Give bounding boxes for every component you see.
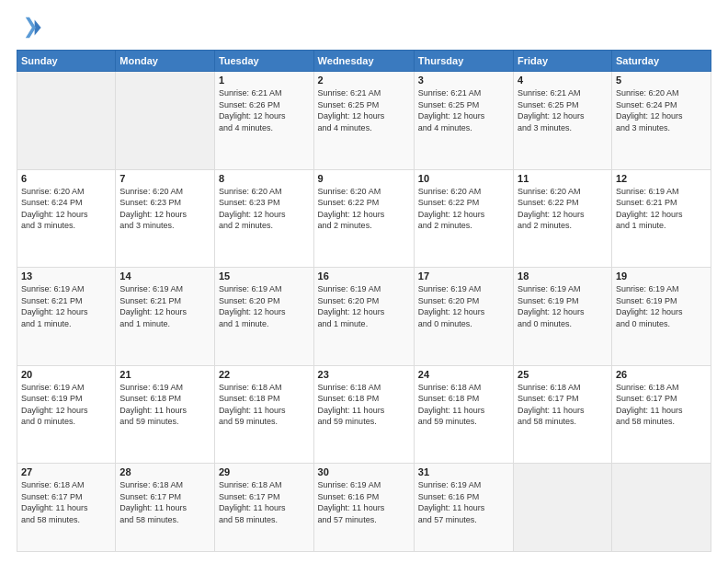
day-info: Sunrise: 6:20 AM Sunset: 6:22 PM Dayligh… [318, 186, 410, 232]
day-header-tuesday: Tuesday [214, 51, 313, 72]
calendar-cell: 11Sunrise: 6:20 AM Sunset: 6:22 PM Dayli… [514, 169, 612, 268]
calendar-cell: 9Sunrise: 6:20 AM Sunset: 6:22 PM Daylig… [313, 169, 414, 268]
calendar-week-row: 6Sunrise: 6:20 AM Sunset: 6:24 PM Daylig… [17, 169, 711, 268]
day-number: 26 [616, 369, 707, 380]
calendar-cell [514, 464, 612, 552]
calendar-cell: 12Sunrise: 6:19 AM Sunset: 6:21 PM Dayli… [611, 169, 711, 268]
calendar-cell: 22Sunrise: 6:18 AM Sunset: 6:18 PM Dayli… [214, 365, 313, 464]
day-info: Sunrise: 6:18 AM Sunset: 6:17 PM Dayligh… [616, 382, 707, 428]
day-info: Sunrise: 6:19 AM Sunset: 6:20 PM Dayligh… [219, 283, 310, 329]
calendar-cell: 13Sunrise: 6:19 AM Sunset: 6:21 PM Dayli… [17, 268, 116, 366]
day-header-saturday: Saturday [611, 51, 711, 72]
day-info: Sunrise: 6:20 AM Sunset: 6:23 PM Dayligh… [219, 186, 310, 232]
day-number: 21 [119, 369, 210, 380]
day-info: Sunrise: 6:18 AM Sunset: 6:18 PM Dayligh… [318, 382, 410, 428]
day-number: 23 [318, 369, 410, 380]
calendar-cell: 27Sunrise: 6:18 AM Sunset: 6:17 PM Dayli… [17, 464, 116, 552]
calendar-cell: 14Sunrise: 6:19 AM Sunset: 6:21 PM Dayli… [116, 268, 215, 366]
logo-icon [17, 15, 42, 40]
day-info: Sunrise: 6:18 AM Sunset: 6:17 PM Dayligh… [219, 479, 310, 525]
day-info: Sunrise: 6:18 AM Sunset: 6:17 PM Dayligh… [21, 479, 111, 525]
calendar-week-row: 13Sunrise: 6:19 AM Sunset: 6:21 PM Dayli… [17, 268, 711, 366]
calendar-cell: 16Sunrise: 6:19 AM Sunset: 6:20 PM Dayli… [313, 268, 414, 366]
calendar-cell: 31Sunrise: 6:19 AM Sunset: 6:16 PM Dayli… [414, 464, 513, 552]
day-info: Sunrise: 6:20 AM Sunset: 6:24 PM Dayligh… [21, 186, 111, 232]
calendar-cell [116, 72, 215, 170]
day-number: 30 [318, 466, 410, 477]
logo [17, 15, 46, 40]
calendar-cell [17, 72, 116, 170]
day-number: 19 [616, 270, 707, 282]
day-number: 15 [219, 270, 310, 282]
day-info: Sunrise: 6:19 AM Sunset: 6:21 PM Dayligh… [616, 186, 707, 232]
calendar-cell: 29Sunrise: 6:18 AM Sunset: 6:17 PM Dayli… [214, 464, 313, 552]
day-number: 9 [318, 173, 410, 184]
day-info: Sunrise: 6:20 AM Sunset: 6:22 PM Dayligh… [418, 186, 509, 232]
calendar-week-row: 27Sunrise: 6:18 AM Sunset: 6:17 PM Dayli… [17, 464, 711, 552]
day-info: Sunrise: 6:19 AM Sunset: 6:16 PM Dayligh… [318, 479, 410, 525]
calendar-cell: 24Sunrise: 6:18 AM Sunset: 6:18 PM Dayli… [414, 365, 513, 464]
calendar-header-row: SundayMondayTuesdayWednesdayThursdayFrid… [17, 51, 711, 72]
day-number: 24 [418, 369, 509, 380]
day-info: Sunrise: 6:19 AM Sunset: 6:16 PM Dayligh… [418, 479, 509, 525]
day-number: 25 [518, 369, 608, 380]
calendar-cell [611, 464, 711, 552]
calendar-cell: 15Sunrise: 6:19 AM Sunset: 6:20 PM Dayli… [214, 268, 313, 366]
day-info: Sunrise: 6:19 AM Sunset: 6:21 PM Dayligh… [119, 283, 210, 329]
day-number: 3 [418, 75, 509, 86]
day-number: 4 [518, 75, 608, 86]
calendar-cell: 5Sunrise: 6:20 AM Sunset: 6:24 PM Daylig… [611, 72, 711, 170]
calendar-cell: 4Sunrise: 6:21 AM Sunset: 6:25 PM Daylig… [514, 72, 612, 170]
day-number: 6 [21, 173, 111, 184]
calendar-cell: 8Sunrise: 6:20 AM Sunset: 6:23 PM Daylig… [214, 169, 313, 268]
calendar-cell: 17Sunrise: 6:19 AM Sunset: 6:20 PM Dayli… [414, 268, 513, 366]
day-info: Sunrise: 6:20 AM Sunset: 6:22 PM Dayligh… [518, 186, 608, 232]
calendar-cell: 7Sunrise: 6:20 AM Sunset: 6:23 PM Daylig… [116, 169, 215, 268]
day-info: Sunrise: 6:19 AM Sunset: 6:18 PM Dayligh… [119, 382, 210, 428]
day-number: 20 [21, 369, 111, 380]
day-info: Sunrise: 6:19 AM Sunset: 6:20 PM Dayligh… [418, 283, 509, 329]
calendar-cell: 26Sunrise: 6:18 AM Sunset: 6:17 PM Dayli… [611, 365, 711, 464]
calendar-cell: 6Sunrise: 6:20 AM Sunset: 6:24 PM Daylig… [17, 169, 116, 268]
day-header-wednesday: Wednesday [313, 51, 414, 72]
calendar-cell: 1Sunrise: 6:21 AM Sunset: 6:26 PM Daylig… [214, 72, 313, 170]
day-info: Sunrise: 6:19 AM Sunset: 6:20 PM Dayligh… [318, 283, 410, 329]
day-info: Sunrise: 6:19 AM Sunset: 6:19 PM Dayligh… [518, 283, 608, 329]
day-number: 12 [616, 173, 707, 184]
calendar-week-row: 1Sunrise: 6:21 AM Sunset: 6:26 PM Daylig… [17, 72, 711, 170]
calendar-cell: 2Sunrise: 6:21 AM Sunset: 6:25 PM Daylig… [313, 72, 414, 170]
day-info: Sunrise: 6:21 AM Sunset: 6:25 PM Dayligh… [418, 87, 509, 133]
day-info: Sunrise: 6:19 AM Sunset: 6:19 PM Dayligh… [616, 283, 707, 329]
day-number: 22 [219, 369, 310, 380]
day-header-thursday: Thursday [414, 51, 513, 72]
calendar-week-row: 20Sunrise: 6:19 AM Sunset: 6:19 PM Dayli… [17, 365, 711, 464]
header [17, 15, 711, 40]
calendar-cell: 21Sunrise: 6:19 AM Sunset: 6:18 PM Dayli… [116, 365, 215, 464]
calendar-cell: 18Sunrise: 6:19 AM Sunset: 6:19 PM Dayli… [514, 268, 612, 366]
day-number: 13 [21, 270, 111, 282]
day-number: 29 [219, 466, 310, 477]
day-number: 7 [119, 173, 210, 184]
day-number: 1 [219, 75, 310, 86]
day-info: Sunrise: 6:18 AM Sunset: 6:18 PM Dayligh… [219, 382, 310, 428]
calendar-cell: 28Sunrise: 6:18 AM Sunset: 6:17 PM Dayli… [116, 464, 215, 552]
calendar-cell: 23Sunrise: 6:18 AM Sunset: 6:18 PM Dayli… [313, 365, 414, 464]
day-number: 11 [518, 173, 608, 184]
day-number: 8 [219, 173, 310, 184]
day-info: Sunrise: 6:21 AM Sunset: 6:25 PM Dayligh… [318, 87, 410, 133]
calendar-cell: 20Sunrise: 6:19 AM Sunset: 6:19 PM Dayli… [17, 365, 116, 464]
day-number: 5 [616, 75, 707, 86]
day-number: 16 [318, 270, 410, 282]
calendar-cell: 19Sunrise: 6:19 AM Sunset: 6:19 PM Dayli… [611, 268, 711, 366]
day-number: 17 [418, 270, 509, 282]
page: SundayMondayTuesdayWednesdayThursdayFrid… [0, 0, 728, 563]
day-number: 27 [21, 466, 111, 477]
day-info: Sunrise: 6:20 AM Sunset: 6:23 PM Dayligh… [119, 186, 210, 232]
day-number: 31 [418, 466, 509, 477]
day-number: 28 [119, 466, 210, 477]
day-info: Sunrise: 6:21 AM Sunset: 6:25 PM Dayligh… [518, 87, 608, 133]
day-info: Sunrise: 6:19 AM Sunset: 6:21 PM Dayligh… [21, 283, 111, 329]
day-number: 18 [518, 270, 608, 282]
calendar-cell: 10Sunrise: 6:20 AM Sunset: 6:22 PM Dayli… [414, 169, 513, 268]
calendar-table: SundayMondayTuesdayWednesdayThursdayFrid… [17, 50, 711, 552]
